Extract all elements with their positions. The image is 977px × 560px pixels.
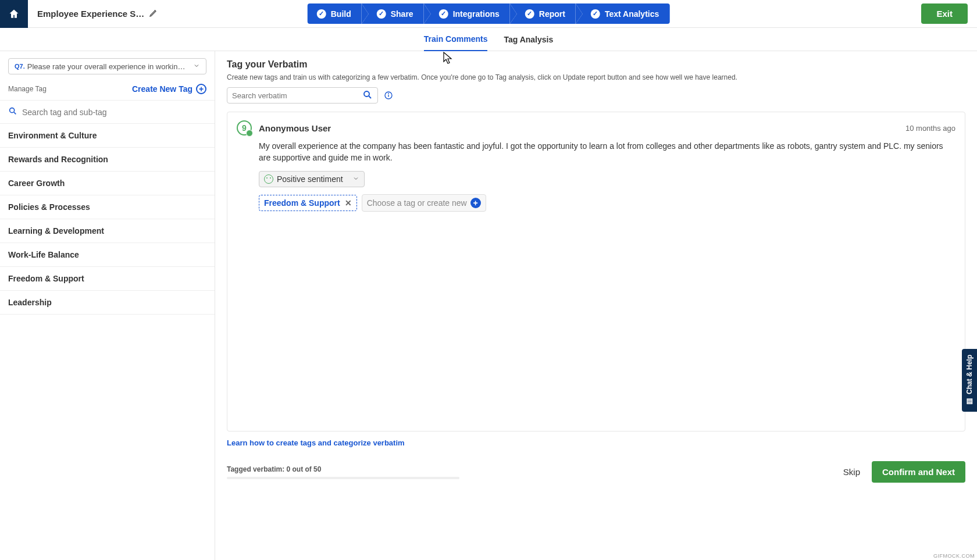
svg-point-0 <box>10 108 15 113</box>
edit-title-icon[interactable] <box>149 8 158 19</box>
exit-button[interactable]: Exit <box>921 3 968 24</box>
tag-item[interactable]: Leadership <box>0 291 215 315</box>
chat-help-tab[interactable]: ▤ Chat & Help <box>962 349 977 412</box>
svg-line-3 <box>369 96 371 98</box>
check-icon: ✓ <box>525 9 534 19</box>
avatar-score: 9 <box>237 120 252 135</box>
check-icon: ✓ <box>439 9 448 19</box>
applied-tag-chip[interactable]: Freedom & Support ✕ <box>259 195 357 211</box>
tag-search-input[interactable] <box>22 108 206 117</box>
tag-item[interactable]: Learning & Development <box>0 219 215 243</box>
positive-face-icon <box>264 174 273 184</box>
info-icon[interactable] <box>384 91 393 100</box>
plus-fill-icon: + <box>470 198 481 208</box>
page-heading: Tag your Verbatim <box>227 59 965 70</box>
step-build[interactable]: ✓Build <box>308 3 362 24</box>
check-icon: ✓ <box>317 9 326 19</box>
manage-tag-label: Manage Tag <box>8 85 47 93</box>
search-icon <box>8 106 17 117</box>
verbatim-text: My overall experience at the company has… <box>259 140 955 164</box>
question-prefix: Q7. <box>15 63 25 70</box>
tag-item[interactable]: Work-Life Balance <box>0 243 215 267</box>
tag-item[interactable]: Environment & Culture <box>0 124 215 148</box>
check-icon: ✓ <box>377 9 386 19</box>
sentiment-selector[interactable]: Positive sentiment <box>259 171 365 187</box>
watermark: GIFMOCK.COM <box>933 553 975 559</box>
workflow-steps: ✓Build ✓Share ✓Integrations ✓Report ✓Tex… <box>308 3 670 24</box>
create-new-tag-button[interactable]: Create New Tag + <box>132 84 206 94</box>
progress-block: Tagged verbatim: 0 out of 50 <box>227 465 459 479</box>
progress-text: Tagged verbatim: 0 out of 50 <box>227 465 459 473</box>
avatar-badge-icon <box>246 130 253 137</box>
verbatim-user: Anonymous User <box>259 123 331 133</box>
tag-list: Environment & Culture Rewards and Recogn… <box>0 124 215 315</box>
project-title: Employee Experience S… <box>28 8 167 19</box>
home-button[interactable] <box>0 0 28 28</box>
verbatim-search-input[interactable] <box>232 91 348 100</box>
project-title-text: Employee Experience S… <box>37 9 144 19</box>
svg-point-6 <box>388 93 389 94</box>
skip-button[interactable]: Skip <box>843 467 860 477</box>
tab-train-comments[interactable]: Train Comments <box>424 28 488 51</box>
plus-circle-icon: + <box>196 84 206 94</box>
step-share[interactable]: ✓Share <box>362 3 424 24</box>
question-text: Please rate your overall experience in w… <box>27 62 186 71</box>
choose-tag-button[interactable]: Choose a tag or create new + <box>362 194 486 212</box>
progress-bar <box>227 477 459 479</box>
verbatim-card: 9 Anonymous User 10 months ago My overal… <box>227 112 965 431</box>
page-subheading: Create new tags and train us with catego… <box>227 73 965 81</box>
learn-tags-link[interactable]: Learn how to create tags and categorize … <box>227 438 965 447</box>
check-icon: ✓ <box>591 9 600 19</box>
tag-item[interactable]: Rewards and Recognition <box>0 148 215 172</box>
step-integrations[interactable]: ✓Integrations <box>424 3 510 24</box>
question-selector[interactable]: Q7. Please rate your overall experience … <box>8 58 206 74</box>
verbatim-search-wrapper <box>227 87 378 104</box>
tag-item[interactable]: Freedom & Support <box>0 267 215 291</box>
svg-line-1 <box>14 112 16 114</box>
tag-item[interactable]: Career Growth <box>0 172 215 195</box>
confirm-next-button[interactable]: Confirm and Next <box>872 461 965 483</box>
tab-tag-analysis[interactable]: Tag Analysis <box>504 28 553 51</box>
chevron-down-icon <box>193 62 200 71</box>
step-text-analytics[interactable]: ✓Text Analytics <box>576 3 669 24</box>
verbatim-timestamp: 10 months ago <box>905 124 955 133</box>
tag-item[interactable]: Policies & Processes <box>0 195 215 219</box>
chevron-down-icon <box>352 174 359 184</box>
remove-tag-icon[interactable]: ✕ <box>345 198 352 208</box>
chat-icon: ▤ <box>965 398 974 406</box>
search-icon[interactable] <box>362 90 373 102</box>
step-report[interactable]: ✓Report <box>510 3 576 24</box>
svg-point-2 <box>364 91 369 97</box>
